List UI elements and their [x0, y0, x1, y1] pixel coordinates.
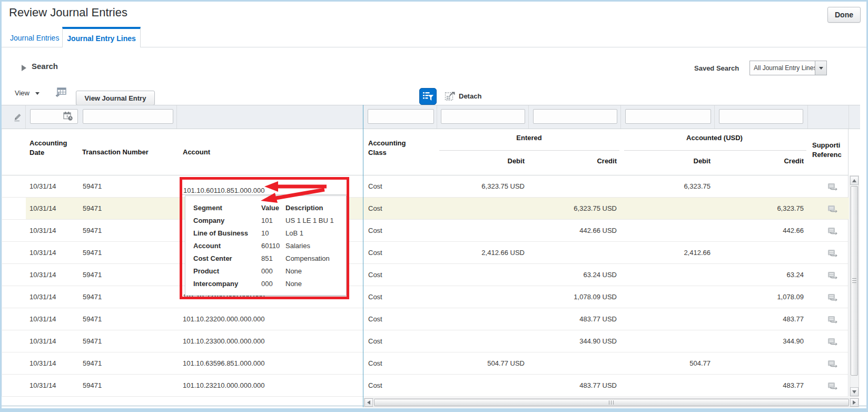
saved-search-select[interactable]: All Journal Entry Lines	[749, 61, 815, 75]
supporting-references-cell[interactable]	[808, 242, 849, 263]
filter-table-icon	[422, 91, 434, 102]
account-cell[interactable]: 101.10.23200.000.000.000	[177, 308, 363, 330]
transaction-number-cell: 59471	[80, 308, 177, 330]
supporting-references-cell[interactable]	[808, 330, 849, 352]
entered-debit-cell	[437, 264, 529, 286]
supporting-references-cell[interactable]	[808, 308, 849, 330]
header-accounting-class: Accounting Class	[368, 139, 421, 158]
segment-name: Line of Business	[193, 229, 261, 237]
table-row[interactable]: 10/31/14 59471 Cost 442.66 USD 442.66	[2, 220, 848, 242]
saved-search-label: Saved Search	[694, 64, 739, 72]
segment-row: Account 60110 Salaries	[193, 239, 341, 252]
row-indicator-cell	[2, 220, 26, 241]
scroll-right-button[interactable]	[850, 398, 859, 407]
done-button[interactable]: Done	[827, 7, 861, 23]
tab-journal-entries[interactable]: Journal Entries	[10, 34, 59, 42]
vertical-scrollbar[interactable]	[850, 175, 859, 397]
search-section-label: Search	[32, 62, 58, 71]
accounting-class-cell: Cost	[363, 352, 437, 374]
accounted-debit-cell: 2,412.66	[621, 242, 715, 263]
accounting-class-cell: Cost	[363, 220, 437, 241]
entered-debit-cell: 6,323.75 USD	[437, 175, 529, 197]
supporting-references-cell[interactable]	[808, 175, 849, 197]
entered-credit-cell	[529, 242, 621, 263]
supporting-references-icon	[827, 337, 837, 346]
supporting-references-cell[interactable]	[808, 264, 849, 286]
table-row[interactable]: 10/31/14 59471 101.10.23200.000.000.000 …	[2, 308, 848, 330]
entered-debit-cell	[437, 375, 529, 396]
qbe-pencil-icon	[13, 112, 22, 124]
entered-debit-cell: 504.77 USD	[437, 352, 529, 374]
popup-account-number[interactable]: 101.10.60110.851.000.000	[183, 187, 264, 194]
horizontal-scrollbar[interactable]	[364, 398, 859, 407]
segment-row: Cost Center 851 Compensation	[193, 252, 341, 264]
query-by-example-button[interactable]	[419, 88, 437, 105]
table-row[interactable]: 10/31/14 59471 101.10.23300.000.000.000 …	[2, 330, 848, 352]
saved-search-dropdown-button[interactable]	[815, 61, 827, 75]
entered-credit-cell: 442.66 USD	[529, 220, 621, 241]
account-cell[interactable]: 101.10.63596.851.000.000	[177, 352, 363, 374]
supporting-references-cell[interactable]	[808, 375, 849, 396]
supporting-references-cell[interactable]	[808, 198, 849, 219]
horizontal-scrollbar-thumb[interactable]	[374, 399, 849, 406]
accounting-class-cell: Cost	[363, 286, 437, 308]
scroll-left-button[interactable]	[364, 398, 373, 407]
table-row[interactable]: 10/31/14 59471 101.10.63596.851.000.000 …	[2, 352, 848, 375]
popup-top-hairline	[182, 194, 347, 195]
filter-entered-debit-input[interactable]	[441, 109, 525, 124]
filter-row	[2, 105, 860, 129]
supporting-references-cell[interactable]	[808, 352, 849, 374]
filter-transaction-number-input[interactable]	[83, 109, 173, 124]
supporting-references-icon	[827, 249, 837, 257]
filter-accounted-debit-input[interactable]	[625, 109, 711, 124]
accounted-credit-cell: 483.77	[715, 375, 808, 396]
filter-accounted-credit-input[interactable]	[719, 109, 803, 124]
accounted-credit-cell: 344.90	[715, 330, 808, 352]
table-row[interactable]: 10/31/14 59471 Cost 63.24 USD 63.24	[2, 264, 848, 286]
accounted-debit-cell	[621, 330, 715, 352]
row-indicator-cell	[2, 175, 26, 197]
accounted-debit-cell	[621, 375, 715, 396]
segment-value: 10	[261, 229, 285, 237]
accounted-credit-cell	[715, 175, 808, 197]
filter-entered-credit-input[interactable]	[533, 109, 617, 124]
row-indicator-cell	[2, 198, 26, 219]
table-row[interactable]: 10/31/14 59471 101.10.23210.000.000.000 …	[2, 375, 848, 397]
accounted-credit-cell: 6,323.75	[715, 198, 808, 219]
vertical-scrollbar-thumb[interactable]	[851, 186, 858, 376]
thumb-grip	[609, 400, 615, 405]
accounting-date-cell: 10/31/14	[26, 175, 80, 197]
tab-journal-entry-lines[interactable]: Journal Entry Lines	[62, 27, 141, 47]
accounting-class-cell: Cost	[363, 198, 437, 219]
accounted-credit-cell: 483.77	[715, 308, 808, 330]
transaction-number-cell: 59471	[80, 375, 177, 396]
supporting-references-icon	[827, 227, 837, 235]
accounting-date-cell: 10/31/14	[26, 220, 80, 241]
table-row[interactable]: 10/31/14 59471 101.10.60110.851.000.000 …	[2, 175, 848, 198]
segment-description: US 1 LE 1 BU 1	[285, 217, 341, 224]
table-row[interactable]: 10/31/14 59471 Cost 6,323.75 USD 6,323.7…	[2, 198, 848, 220]
supporting-references-cell[interactable]	[808, 286, 849, 308]
filter-accounting-class-input[interactable]	[368, 109, 434, 124]
search-disclosure-icon[interactable]	[22, 65, 26, 71]
supporting-references-cell[interactable]	[808, 220, 849, 241]
table-columns-icon[interactable]	[55, 87, 66, 100]
table-row[interactable]: 10/31/14 59471 Cost 2,412.66 USD 2,412.6…	[2, 242, 848, 264]
row-indicator-cell	[2, 352, 26, 374]
view-menu[interactable]: View	[15, 89, 29, 97]
scroll-down-button[interactable]	[850, 387, 859, 396]
date-picker-icon[interactable]	[63, 111, 73, 123]
transaction-number-cell: 59471	[80, 352, 177, 374]
table-row[interactable]: 10/31/14 59471 101.10.23100.000.000.000 …	[2, 286, 848, 308]
view-menu-caret-icon[interactable]	[35, 92, 40, 95]
transaction-number-cell: 59471	[80, 330, 177, 352]
segment-row: Product 000 None	[193, 264, 341, 277]
supporting-references-icon	[827, 359, 837, 368]
account-cell[interactable]: 101.10.23300.000.000.000	[177, 330, 363, 352]
thumb-grip	[852, 278, 856, 284]
accounted-credit-cell	[715, 352, 808, 374]
view-journal-entry-button[interactable]: View Journal Entry	[76, 91, 155, 105]
scroll-up-button[interactable]	[850, 176, 859, 185]
detach-button[interactable]: Detach	[445, 91, 481, 101]
account-cell[interactable]: 101.10.23210.000.000.000	[177, 375, 363, 396]
